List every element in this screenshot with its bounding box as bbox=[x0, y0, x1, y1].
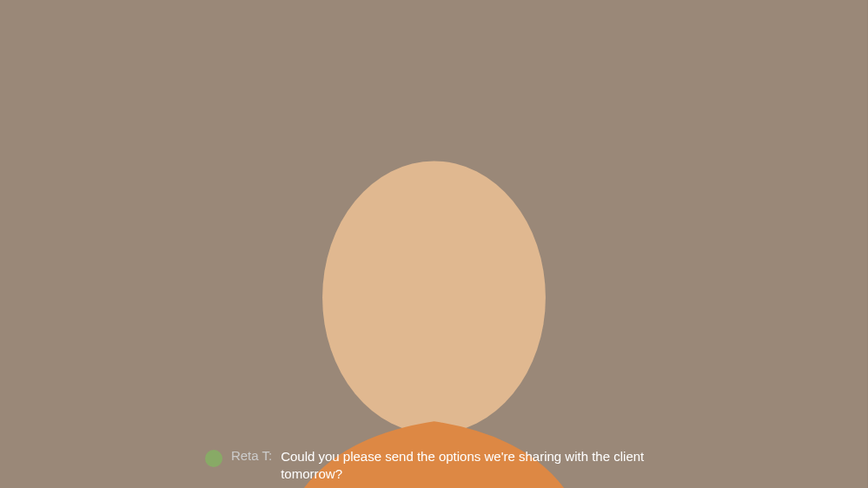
participant-tile[interactable] bbox=[804, 368, 865, 410]
live-captions: Reta T: Could you please send the option… bbox=[0, 448, 868, 484]
caption-text: Could you please send the options we're … bbox=[281, 448, 663, 484]
participant-gallery: Irena Jaworska ✋ Nathan Rigby🎤 Ray Tanak… bbox=[574, 56, 868, 438]
svg-point-19 bbox=[322, 162, 546, 434]
caption-speaker-name: Reta T: bbox=[231, 448, 272, 463]
caption-speaker-avatar bbox=[205, 450, 222, 467]
